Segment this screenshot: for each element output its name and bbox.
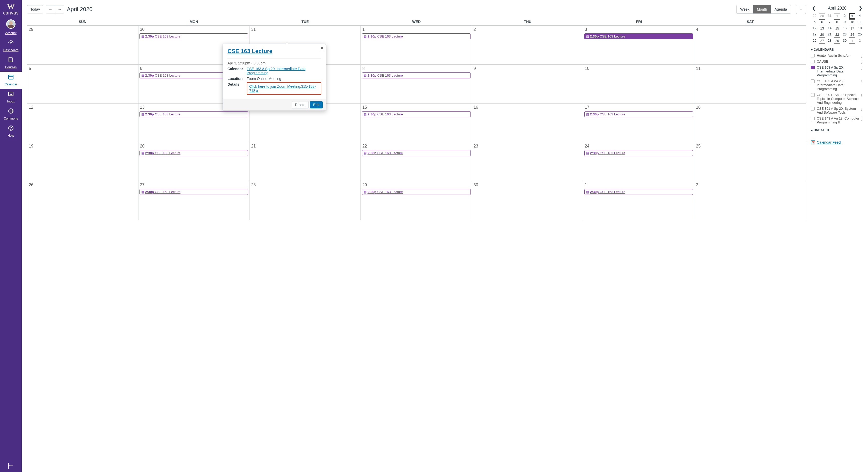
mini-day-cell[interactable]: 15 bbox=[834, 26, 840, 31]
view-agenda-button[interactable]: Agenda bbox=[771, 5, 790, 13]
nav-inbox[interactable]: Inbox bbox=[0, 89, 22, 106]
calendar-options-button[interactable]: ⋮ bbox=[860, 107, 863, 111]
mini-day-cell[interactable]: 10 bbox=[849, 20, 855, 25]
event-chip[interactable]: ▦2:30p CSE 163 Lecture bbox=[362, 33, 471, 39]
mini-day-cell[interactable]: 21 bbox=[827, 32, 833, 37]
calendar-list-item[interactable]: CSE 391 A Sp 20: System And Software Too… bbox=[811, 106, 863, 114]
mini-day-cell[interactable]: 28 bbox=[827, 38, 833, 44]
mini-day-cell[interactable]: 27 bbox=[819, 38, 825, 44]
event-chip[interactable]: ▦2:30p CSE 163 Lecture bbox=[584, 150, 693, 156]
day-cell[interactable]: 10 bbox=[583, 64, 694, 103]
mini-day-cell[interactable]: 8 bbox=[834, 20, 840, 25]
nav-courses[interactable]: Courses bbox=[0, 55, 22, 72]
popover-delete-button[interactable]: Delete bbox=[292, 101, 309, 108]
day-cell[interactable]: 21 bbox=[249, 142, 361, 181]
calendar-swatch[interactable] bbox=[811, 80, 815, 83]
mini-day-cell[interactable]: 2 bbox=[842, 13, 848, 19]
event-chip[interactable]: ▦2:30p CSE 163 Lecture bbox=[362, 111, 471, 117]
today-button[interactable]: Today bbox=[27, 5, 43, 13]
prev-month-button[interactable]: ← bbox=[46, 5, 55, 13]
event-chip[interactable]: ▦2:30p CSE 163 Lecture bbox=[140, 111, 248, 117]
day-cell[interactable]: 2 bbox=[472, 26, 583, 64]
mini-day-cell[interactable]: 4 bbox=[857, 13, 863, 19]
calendar-options-button[interactable]: ⋮ bbox=[860, 54, 863, 58]
calendar-options-button[interactable]: ⋮ bbox=[860, 60, 863, 64]
day-cell[interactable]: 27▦2:30p CSE 163 Lecture bbox=[138, 181, 250, 220]
mini-day-cell[interactable]: 16 bbox=[842, 26, 848, 31]
day-cell[interactable]: 5 bbox=[27, 64, 138, 103]
calendar-list-item[interactable]: CSE 163 A Sp 20: Intermediate Data Progr… bbox=[811, 65, 863, 77]
popover-title-link[interactable]: CSE 163 Lecture bbox=[227, 48, 273, 55]
event-chip[interactable]: ▦2:30p CSE 163 Lecture bbox=[362, 189, 471, 195]
mini-day-cell[interactable]: 7 bbox=[827, 20, 833, 25]
popover-calendar-link[interactable]: CSE 163 A Sp 20: Intermediate Data Progr… bbox=[247, 67, 321, 75]
mini-day-cell[interactable]: 1 bbox=[834, 13, 840, 19]
day-cell[interactable]: 18 bbox=[694, 103, 806, 142]
mini-day-cell[interactable]: 29 bbox=[812, 13, 818, 19]
mini-day-cell[interactable]: 2 bbox=[857, 38, 863, 44]
calendar-options-button[interactable]: ⋮ bbox=[860, 93, 863, 97]
day-cell[interactable]: 22▦2:30p CSE 163 Lecture bbox=[361, 142, 472, 181]
event-chip[interactable]: ▦2:30p CSE 163 Lecture bbox=[584, 33, 693, 39]
day-cell[interactable]: 17▦2:30p CSE 163 Lecture bbox=[583, 103, 694, 142]
mini-day-cell[interactable]: 31 bbox=[827, 13, 833, 19]
nav-calendar[interactable]: Calendar bbox=[0, 72, 22, 89]
event-chip[interactable]: ▦2:30p CSE 163 Lecture bbox=[362, 72, 471, 78]
mini-day-cell[interactable]: 12 bbox=[812, 26, 818, 31]
calendar-list-item[interactable]: CSE 163 A Wi 20: Intermediate Data Progr… bbox=[811, 79, 863, 91]
calendar-list-item[interactable]: CSE 143 A Au 18: Computer Programming II… bbox=[811, 117, 863, 124]
calendar-list-item[interactable]: CAUSE⋮ bbox=[811, 60, 863, 63]
day-cell[interactable]: 23 bbox=[472, 142, 583, 181]
calendar-swatch[interactable] bbox=[811, 54, 815, 58]
view-month-button[interactable]: Month bbox=[753, 5, 771, 13]
logo[interactable]: W canvas bbox=[0, 0, 22, 17]
mini-day-cell[interactable]: 5 bbox=[812, 20, 818, 25]
day-cell[interactable]: 11 bbox=[694, 64, 806, 103]
day-cell[interactable]: 24▦2:30p CSE 163 Lecture bbox=[583, 142, 694, 181]
calendar-options-button[interactable]: ⋮ bbox=[860, 80, 863, 84]
mini-day-cell[interactable]: 23 bbox=[842, 32, 848, 37]
day-cell[interactable]: 1▦2:30p CSE 163 Lecture bbox=[361, 26, 472, 64]
mini-day-cell[interactable]: 25 bbox=[857, 32, 863, 37]
mini-day-cell[interactable]: 29 bbox=[834, 38, 840, 44]
popover-edit-button[interactable]: Edit bbox=[310, 101, 323, 108]
mini-day-cell[interactable]: 24 bbox=[849, 32, 855, 37]
event-chip[interactable]: ▦2:30p CSE 163 Lecture bbox=[362, 150, 471, 156]
calendar-swatch[interactable] bbox=[811, 93, 815, 97]
day-cell[interactable]: 2 bbox=[694, 181, 806, 220]
collapse-nav-button[interactable] bbox=[0, 462, 22, 469]
nav-help[interactable]: Help bbox=[0, 123, 22, 140]
mini-next-button[interactable]: ❯ bbox=[858, 5, 863, 12]
day-cell[interactable]: 20▦2:30p CSE 163 Lecture bbox=[138, 142, 250, 181]
mini-day-cell[interactable]: 22 bbox=[834, 32, 840, 37]
mini-day-cell[interactable]: 11 bbox=[857, 20, 863, 25]
mini-day-cell[interactable]: 6 bbox=[819, 20, 825, 25]
month-title[interactable]: April 2020 bbox=[67, 6, 92, 13]
view-week-button[interactable]: Week bbox=[737, 5, 753, 13]
mini-day-cell[interactable]: 30 bbox=[819, 13, 825, 19]
calendar-feed-link[interactable]: 📅 Calendar Feed bbox=[811, 140, 841, 145]
day-cell[interactable]: 16 bbox=[472, 103, 583, 142]
mini-day-cell[interactable]: 14 bbox=[827, 26, 833, 31]
next-month-button[interactable]: → bbox=[55, 5, 64, 13]
mini-day-cell[interactable]: 1 bbox=[849, 38, 855, 44]
calendar-swatch[interactable] bbox=[811, 117, 815, 120]
day-cell[interactable]: 8▦2:30p CSE 163 Lecture bbox=[361, 64, 472, 103]
day-cell[interactable]: 3▦2:30p CSE 163 Lecture bbox=[583, 26, 694, 64]
mini-prev-button[interactable]: ❮ bbox=[811, 5, 816, 12]
event-chip[interactable]: ▦2:30p CSE 163 Lecture bbox=[140, 33, 248, 39]
mini-day-cell[interactable]: 19 bbox=[812, 32, 818, 37]
nav-commons[interactable]: Commons bbox=[0, 106, 22, 123]
calendar-options-button[interactable]: ⋮ bbox=[860, 117, 863, 121]
popover-close-button[interactable]: × bbox=[321, 46, 323, 51]
calendar-swatch[interactable] bbox=[811, 60, 815, 63]
day-cell[interactable]: 4 bbox=[694, 26, 806, 64]
calendar-options-button[interactable]: ⋮ bbox=[860, 66, 863, 70]
day-cell[interactable]: 26 bbox=[27, 181, 138, 220]
mini-day-cell[interactable]: 18 bbox=[857, 26, 863, 31]
event-chip[interactable]: ▦2:30p CSE 163 Lecture bbox=[584, 111, 693, 117]
day-cell[interactable]: 15▦2:30p CSE 163 Lecture bbox=[361, 103, 472, 142]
popover-zoom-link[interactable]: Click here to join Zoom Meeting:315-158-… bbox=[249, 84, 316, 93]
day-cell[interactable]: 25 bbox=[694, 142, 806, 181]
event-chip[interactable]: ▦2:30p CSE 163 Lecture bbox=[140, 150, 248, 156]
